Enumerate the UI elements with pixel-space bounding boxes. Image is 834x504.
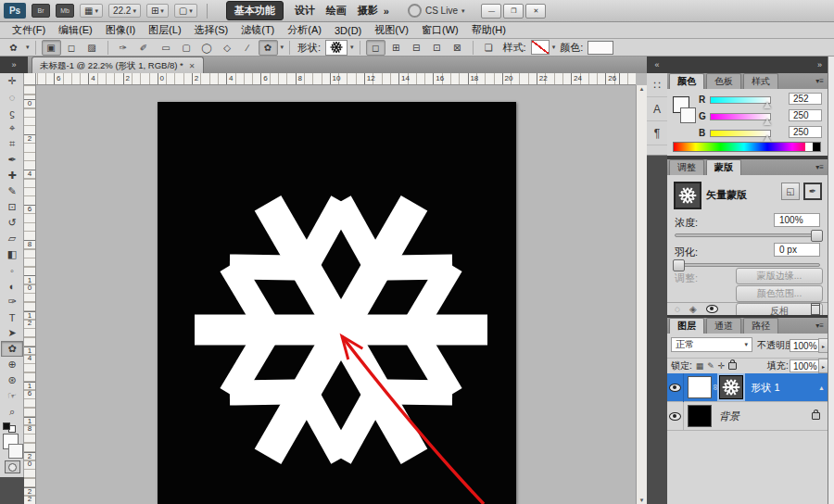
mask-button-1[interactable]: 颜色范围... <box>736 285 823 302</box>
layers-tab-1[interactable]: 通道 <box>706 318 741 334</box>
crop-tool[interactable]: ⌗ <box>1 136 23 152</box>
document-tab[interactable]: 未标题-1 @ 22.2% (形状 1, RGB/8) * ✕ <box>32 57 204 74</box>
eyedropper-tool[interactable]: ✒ <box>1 152 23 168</box>
intersect-shape-button[interactable]: ⊡ <box>427 40 447 56</box>
lock-move-icon[interactable]: ✛ <box>718 361 726 371</box>
path-selection-tool[interactable]: ➤ <box>1 325 23 341</box>
workspace-tab-3[interactable]: 摄影 <box>358 4 378 18</box>
healing-brush-tool[interactable]: ✚ <box>1 168 23 183</box>
color-spectrum-ramp[interactable] <box>673 142 821 152</box>
mini-bridge-button[interactable]: Mb <box>56 4 74 18</box>
menu-item-6[interactable]: 分析(A) <box>281 23 328 37</box>
shape-layers-mode[interactable]: ▣ <box>42 40 61 56</box>
density-value[interactable]: 100% <box>774 213 820 227</box>
marquee-tool[interactable]: ◌ <box>1 89 23 105</box>
eraser-tool[interactable]: ▱ <box>1 231 23 246</box>
masks-tab-1[interactable]: 蒙版 <box>706 159 741 175</box>
workspace-tab-2[interactable]: 绘画 <box>326 4 347 18</box>
style-none-swatch[interactable] <box>531 40 550 55</box>
new-shape-layer-button[interactable]: ◻ <box>366 40 385 56</box>
menu-item-9[interactable]: 窗口(W) <box>415 23 465 37</box>
layer-mask-thumbnail[interactable] <box>719 375 743 399</box>
feather-value[interactable]: 0 px <box>774 243 820 257</box>
channel-slider-R[interactable] <box>710 96 771 104</box>
vector-mask-thumbnail[interactable] <box>674 182 701 209</box>
style-preview-icon[interactable]: ❏ <box>479 40 499 56</box>
brush-tool[interactable]: ✎ <box>1 183 23 199</box>
lock-transparent-icon[interactable]: ▦ <box>696 361 704 371</box>
history-brush-tool[interactable]: ↺ <box>1 215 23 231</box>
close-button[interactable]: ✕ <box>525 4 546 19</box>
arrange-documents-button[interactable]: ⊞▾ <box>146 4 169 18</box>
channel-slider-thumb-B[interactable] <box>764 135 771 142</box>
background-color-swatch[interactable] <box>8 444 23 459</box>
pixel-mask-button[interactable]: ◱ <box>781 183 800 200</box>
canvas-vertical-scrollbar[interactable]: ▴ ▾ <box>636 85 647 504</box>
fill-value[interactable]: 100% <box>790 359 819 372</box>
density-slider-thumb[interactable] <box>811 230 823 242</box>
tab-close-icon[interactable]: ✕ <box>189 62 196 70</box>
color-tab-2[interactable]: 样式 <box>743 73 778 89</box>
color-tab-1[interactable]: 色板 <box>706 73 741 89</box>
mask-load-selection-icon[interactable]: ◌ <box>675 304 680 314</box>
gradient-tool[interactable]: ◧ <box>1 246 23 262</box>
menu-item-8[interactable]: 视图(V) <box>368 23 415 37</box>
lock-all-icon[interactable] <box>728 362 737 370</box>
brush-panel-icon[interactable]: ∷ <box>647 73 667 97</box>
mask-link-icon[interactable]: ∞ <box>711 384 720 390</box>
blur-tool[interactable]: ◦ <box>1 262 23 278</box>
menu-item-2[interactable]: 图像(I) <box>99 23 142 37</box>
mask-enable-eye-icon[interactable] <box>706 305 718 313</box>
layers-tab-0[interactable]: 图层 <box>669 318 704 334</box>
layer-thumbnail[interactable] <box>688 376 712 398</box>
density-slider[interactable] <box>675 233 820 237</box>
mask-apply-icon[interactable]: ◈ <box>689 304 697 314</box>
spectrum-black-swatch[interactable] <box>813 143 820 151</box>
workspace-tab-1[interactable]: 设计 <box>295 4 315 18</box>
menu-item-0[interactable]: 文件(F) <box>6 23 52 37</box>
document-canvas[interactable] <box>158 102 516 504</box>
custom-shape-button[interactable]: ✿ <box>259 40 278 56</box>
layer-row-background[interactable]: 背景 <box>667 402 828 431</box>
layers-tab-2[interactable]: 路径 <box>743 318 778 334</box>
workspace-tab-0[interactable]: 基本功能 <box>226 1 284 20</box>
mask-button-0[interactable]: 蒙版边缘... <box>736 268 823 284</box>
channel-slider-B[interactable] <box>710 130 771 137</box>
restore-button[interactable]: ❐ <box>503 4 524 19</box>
subtract-shape-button[interactable]: ⊟ <box>407 40 426 56</box>
blend-mode-select[interactable]: 正常▾ <box>671 337 752 352</box>
opacity-value[interactable]: 100% <box>790 339 819 352</box>
hand-tool[interactable]: ☞ <box>1 388 23 404</box>
lasso-tool[interactable]: ϛ <box>1 105 23 120</box>
custom-shape-tool[interactable]: ✿ <box>1 341 23 357</box>
scroll-up-icon[interactable]: ▴ <box>640 85 644 93</box>
menu-item-10[interactable]: 帮助(H) <box>465 23 512 37</box>
menu-item-7[interactable]: 3D(D) <box>328 25 368 36</box>
layer-visibility-toggle[interactable] <box>667 373 684 402</box>
fill-pixels-mode[interactable]: ▨ <box>82 40 102 56</box>
tool-preset-icon[interactable]: ✿ <box>4 40 23 56</box>
default-colors-icon[interactable] <box>3 422 16 432</box>
channel-slider-thumb-G[interactable] <box>764 119 771 125</box>
add-shape-button[interactable]: ⊞ <box>386 40 406 56</box>
pen-tool-button[interactable]: ✑ <box>114 40 133 56</box>
orbit-3d-tool[interactable]: ⊛ <box>1 372 23 388</box>
masks-panel-menu-icon[interactable]: ▾≡ <box>815 163 824 171</box>
shape-preset-chip[interactable] <box>325 40 348 56</box>
cs-live-button[interactable]: CS Live▾ <box>408 4 465 18</box>
menu-item-1[interactable]: 编辑(E) <box>52 23 99 37</box>
minimize-button[interactable]: — <box>481 4 501 19</box>
menu-item-5[interactable]: 滤镜(T) <box>234 23 281 37</box>
scroll-down-icon[interactable]: ▾ <box>640 497 644 504</box>
workspace-overflow-button[interactable]: » <box>384 6 389 17</box>
pen-tool[interactable]: ✑ <box>1 294 23 309</box>
zoom-tool[interactable]: ⌕ <box>1 404 23 420</box>
layer-name[interactable]: 形状 1 <box>751 381 779 395</box>
toolbox-collapse-button[interactable]: » <box>0 57 28 73</box>
freeform-pen-button[interactable]: ✐ <box>134 40 154 56</box>
bridge-button[interactable]: Br <box>32 4 50 18</box>
character-panel-icon[interactable]: A <box>647 97 667 121</box>
spectrum-white-swatch[interactable] <box>805 143 813 151</box>
quick-selection-tool[interactable]: ⌖ <box>1 120 23 136</box>
channel-value-B[interactable]: 250 <box>789 126 822 138</box>
